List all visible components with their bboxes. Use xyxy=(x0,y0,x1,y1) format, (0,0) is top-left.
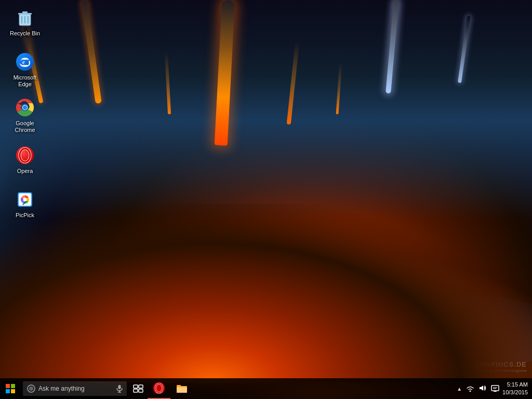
impact-center-right xyxy=(296,332,410,384)
svg-rect-25 xyxy=(134,389,138,392)
opera-icon xyxy=(15,145,35,166)
svg-point-19 xyxy=(29,387,33,391)
svg-rect-24 xyxy=(139,385,143,388)
meteor-small-trail xyxy=(336,62,342,114)
desktop-icon-recycle-bin[interactable]: Recycle Bin xyxy=(4,5,46,39)
desktop: GTGRAPHICS.DE art by El Mac-Hewitt & Jef… xyxy=(0,0,532,399)
chrome-icon xyxy=(15,97,35,118)
svg-point-16 xyxy=(23,198,27,202)
svg-rect-1 xyxy=(18,13,32,15)
watermark: GTGRAPHICS.DE art by El Mac-Hewitt & Jef… xyxy=(448,361,527,373)
microphone-icon xyxy=(116,384,123,393)
meteor-left-trail xyxy=(81,0,102,104)
volume-icon[interactable] xyxy=(477,383,488,394)
cortana-icon xyxy=(27,384,35,393)
meteor-right-trail xyxy=(385,0,399,94)
svg-rect-23 xyxy=(134,385,138,388)
taskbar-app-opera[interactable] xyxy=(148,378,170,399)
svg-text:e: e xyxy=(22,59,25,65)
network-icon[interactable] xyxy=(465,383,475,394)
recycle-bin-icon xyxy=(15,7,35,28)
taskbar: Ask me anything xyxy=(0,378,532,399)
meteor-mid-trail xyxy=(165,52,171,114)
svg-point-31 xyxy=(470,390,471,392)
desktop-icon-opera[interactable]: Opera xyxy=(4,143,46,177)
task-view-button[interactable] xyxy=(129,379,148,398)
taskbar-app-file-explorer[interactable] xyxy=(170,378,193,399)
desktop-icon-picpick[interactable]: PicPick xyxy=(4,187,46,221)
earth-atmosphere xyxy=(0,281,532,384)
svg-rect-30 xyxy=(177,387,187,393)
search-box[interactable]: Ask me anything xyxy=(23,381,127,396)
svg-rect-20 xyxy=(118,385,121,389)
edge-icon: e xyxy=(15,51,35,72)
svg-point-10 xyxy=(23,105,27,110)
svg-rect-33 xyxy=(494,391,497,392)
desktop-icon-google-chrome[interactable]: Google Chrome xyxy=(4,95,46,136)
notifications-icon[interactable] xyxy=(490,383,500,395)
meteor-far-right-trail xyxy=(458,16,471,83)
svg-rect-26 xyxy=(139,389,143,392)
svg-rect-32 xyxy=(491,385,499,391)
search-placeholder-text: Ask me anything xyxy=(38,385,85,392)
clock[interactable]: 5:15 AM 10/3/2015 xyxy=(502,381,528,397)
meteor-center-trail xyxy=(215,0,235,145)
picpick-icon xyxy=(15,189,35,210)
show-hidden-icons[interactable]: ▲ xyxy=(456,385,463,393)
impact-glow xyxy=(0,202,532,383)
desktop-icon-microsoft-edge[interactable]: e Microsoft Edge xyxy=(4,49,46,90)
svg-rect-2 xyxy=(22,11,28,13)
svg-point-6 xyxy=(16,53,34,71)
start-button[interactable] xyxy=(0,378,21,399)
meteor-mid-right-trail xyxy=(287,42,300,125)
taskbar-right: ▲ xyxy=(456,381,532,397)
